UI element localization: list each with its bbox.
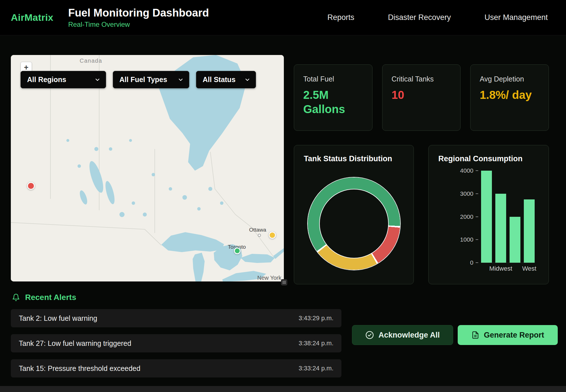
tank-status-chart-title: Tank Status Distribution [304, 154, 404, 163]
brand-logo: AirMatrix [11, 12, 53, 23]
x-axis-tick: Midwest [489, 265, 512, 272]
normal-tank-marker[interactable] [234, 248, 241, 254]
map-label-new-york: New York [257, 275, 282, 281]
stat-value: 2.5M Gallons [303, 88, 356, 116]
y-axis-tick: 4000 [460, 167, 478, 174]
stat-card-avg-depletion: Avg Depletion 1.8%/ day [470, 64, 549, 131]
alert-time: 3:38:24 p.m. [299, 340, 333, 347]
regions-filter-dropdown[interactable]: All Regions [21, 71, 106, 88]
main-nav: Reports Disaster Recovery User Managemen… [327, 13, 548, 22]
tank-status-donut-chart [308, 177, 400, 270]
donut-wrap [304, 177, 404, 270]
stat-label: Avg Depletion [480, 75, 539, 83]
bell-icon [12, 293, 20, 301]
bar-chart-y-axis: 01000200030004000 [438, 171, 478, 263]
fuel-monitoring-dashboard: AirMatrix Fuel Monitoring Dashboard Real… [0, 0, 566, 392]
tank-map[interactable]: Canada Ottawa Toronto New York + All Reg… [11, 55, 284, 281]
bar-chart-plot: MidwestWest [481, 171, 535, 263]
regional-consumption-card: Regional Consumption 01000200030004000 M… [428, 145, 549, 284]
stat-card-critical-tanks: Critical Tanks 10 [382, 64, 461, 131]
chevron-down-icon [244, 77, 251, 83]
chevron-down-icon [94, 77, 101, 83]
status-filter-dropdown[interactable]: All Status [196, 71, 256, 88]
stat-value: 1.8%/ day [480, 88, 532, 102]
warning-tank-marker[interactable] [269, 232, 276, 239]
nav-user-management[interactable]: User Management [484, 13, 548, 22]
alert-row[interactable]: Tank 15: Pressure threshold exceeded 3:3… [11, 359, 341, 377]
status-filter-label: All Status [203, 75, 235, 84]
regions-filter-label: All Regions [27, 75, 66, 84]
generate-report-label: Generate Report [484, 331, 544, 340]
chevron-down-icon [178, 77, 184, 83]
bar [481, 171, 492, 263]
stat-label: Total Fuel [303, 75, 363, 83]
map-label-ottawa: Ottawa [249, 227, 266, 233]
fuel-types-filter-label: All Fuel Types [119, 75, 167, 84]
map-canvas[interactable]: Canada Ottawa Toronto New York [11, 55, 284, 281]
regional-consumption-chart-title: Regional Consumption [438, 154, 539, 163]
stats-row: Total Fuel 2.5M Gallons Critical Tanks 1… [294, 64, 549, 131]
stat-card-total-fuel: Total Fuel 2.5M Gallons [294, 64, 372, 131]
map-filter-row: All Regions All Fuel Types All Status [21, 71, 256, 88]
alert-message: Tank 27: Low fuel warning triggered [19, 339, 131, 348]
alert-message: Tank 15: Pressure threshold exceeded [19, 364, 141, 373]
nav-reports[interactable]: Reports [327, 13, 355, 22]
nav-disaster-recovery[interactable]: Disaster Recovery [388, 13, 451, 22]
bottom-bar [0, 386, 566, 392]
title-block: Fuel Monitoring Dashboard Real-Time Over… [68, 7, 209, 28]
page-subtitle: Real-Time Overview [68, 21, 209, 28]
alert-time: 3:43:29 p.m. [299, 315, 333, 322]
tank-status-card: Tank Status Distribution [294, 145, 414, 284]
y-axis-tick: 3000 [460, 190, 478, 197]
check-circle-icon [365, 331, 374, 339]
alerts-header: Recent Alerts [12, 293, 76, 302]
fuel-types-filter-dropdown[interactable]: All Fuel Types [113, 71, 189, 88]
alert-row[interactable]: Tank 2: Low fuel warning 3:43:29 p.m. [11, 309, 341, 327]
acknowledge-all-button[interactable]: Acknowledge All [352, 325, 453, 345]
alert-row[interactable]: Tank 27: Low fuel warning triggered 3:38… [11, 334, 341, 352]
bar: Midwest [495, 171, 506, 263]
x-axis-tick: West [522, 265, 536, 272]
map-resize-handle[interactable] [281, 279, 287, 285]
page-title: Fuel Monitoring Dashboard [68, 7, 209, 19]
map-label-canada: Canada [80, 58, 102, 64]
critical-tank-marker[interactable] [27, 182, 35, 190]
alerts-title: Recent Alerts [25, 293, 76, 302]
alert-time: 3:33:24 p.m. [299, 365, 333, 372]
bar [510, 171, 520, 263]
y-axis-tick: 1000 [460, 236, 478, 243]
header: AirMatrix Fuel Monitoring Dashboard Real… [0, 0, 566, 35]
alert-message: Tank 2: Low fuel warning [19, 314, 97, 322]
bar: West [524, 171, 535, 263]
ottawa-town-dot [258, 234, 261, 237]
report-document-icon [471, 331, 479, 339]
generate-report-button[interactable]: Generate Report [458, 325, 558, 345]
acknowledge-all-label: Acknowledge All [378, 331, 440, 340]
y-axis-tick: 0 [470, 259, 478, 266]
stat-label: Critical Tanks [392, 75, 451, 83]
stat-value: 10 [392, 88, 444, 102]
y-axis-tick: 2000 [460, 213, 478, 220]
regional-consumption-bar-chart: 01000200030004000 MidwestWest [438, 171, 539, 263]
